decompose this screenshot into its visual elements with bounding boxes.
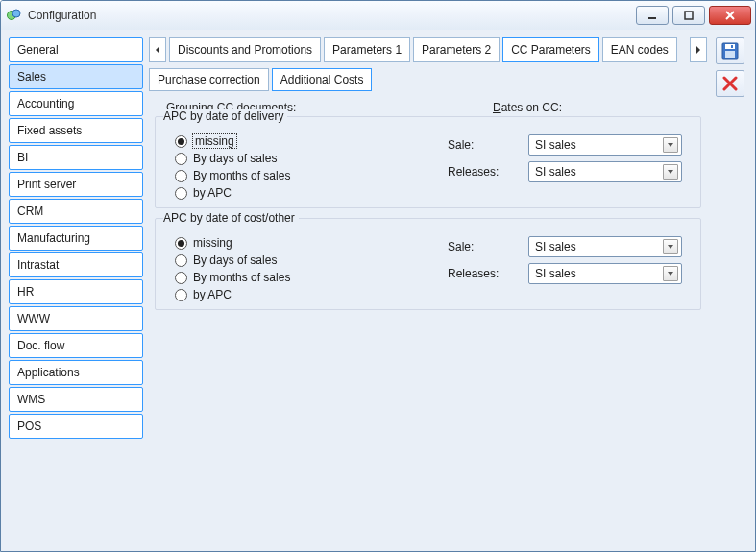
radio-option[interactable]: By days of sales [175,253,432,267]
radio-icon [175,187,187,200]
tabstrip-scroll-right[interactable] [690,37,707,62]
field-label: Sale: [448,138,523,152]
radio-icon [175,135,187,148]
dropdown-value: SI sales [535,138,576,152]
chevron-left-icon [154,45,161,55]
groupbox-legend: APC by date of cost/other [163,211,299,225]
sidebar-item-bi[interactable]: BI [9,145,143,170]
svg-rect-15 [731,45,733,48]
sidebar-item-wms[interactable]: WMS [9,387,143,412]
radio-icon [175,237,187,250]
app-icon [7,8,22,23]
radio-label: By days of sales [193,253,277,267]
radio-icon [175,153,187,165]
window-title: Configuration [28,9,636,22]
dropdown[interactable]: SI sales [528,263,682,284]
radio-icon [175,254,187,267]
chevron-down-icon [663,239,678,254]
chevron-down-icon [663,164,678,180]
tab-cc-parameters[interactable]: CC Parameters [502,37,599,62]
radio-icon [175,272,187,284]
subtab-purchase-correction[interactable]: Purchase correction [149,68,269,91]
app-window: Configuration GeneralSalesAccountingFixe… [0,0,756,552]
subtab-additional-costs[interactable]: Additional Costs [272,68,373,91]
dropdown[interactable]: SI sales [528,134,682,156]
field-label: Releases: [448,267,523,280]
svg-marker-9 [668,170,673,174]
dropdown-value: SI sales [535,267,576,280]
dropdown[interactable]: SI sales [528,161,682,182]
radio-option[interactable]: By days of sales [175,152,432,165]
radio-label: By months of sales [193,169,290,182]
groupbox-legend: APC by date of delivery [163,109,287,123]
sidebar-item-general[interactable]: General [9,37,143,62]
sidebar-item-pos[interactable]: POS [9,414,143,439]
radio-option[interactable]: By months of sales [175,169,432,182]
chevron-right-icon [695,45,702,55]
main-panel: Discounts and PromotionsParameters 1Para… [149,37,707,543]
radio-option[interactable]: by APC [175,288,432,301]
radio-option[interactable]: by APC [175,186,432,200]
field-label: Sale: [448,240,523,253]
radio-icon [175,289,187,301]
dropdown-value: SI sales [535,165,576,179]
svg-point-1 [12,10,20,17]
groupbox-1: APC by date of cost/othermissingBy days … [155,218,701,310]
close-icon [721,75,739,92]
svg-rect-13 [725,44,735,49]
svg-marker-6 [156,46,159,54]
sidebar-item-applications[interactable]: Applications [9,360,143,385]
dropdown[interactable]: SI sales [528,236,682,257]
radio-option[interactable]: By months of sales [175,271,432,284]
tabstrip-scroll-left[interactable] [149,37,166,62]
sidebar-item-print-server[interactable]: Print server [9,172,143,197]
sidebar-item-intrastat[interactable]: Intrastat [9,252,143,277]
dropdown-value: SI sales [535,240,576,253]
svg-marker-7 [696,46,700,54]
titlebar: Configuration [1,1,755,30]
close-window-button[interactable] [709,6,751,25]
svg-rect-14 [725,51,735,58]
chevron-down-icon [663,137,678,153]
sub-tabstrip: Purchase correctionAdditional Costs [149,68,707,91]
cc-parameters-content: Grouping CC documents: Dates on CC: APC … [149,97,707,543]
minimize-button[interactable] [636,6,669,25]
sidebar-item-www[interactable]: WWW [9,306,143,331]
radio-option[interactable]: missing [175,134,432,148]
tab-parameters-2[interactable]: Parameters 2 [413,37,500,62]
radio-label: by APC [193,186,232,200]
tab-parameters-1[interactable]: Parameters 1 [324,37,410,62]
save-icon [721,42,739,60]
radio-icon [175,170,187,182]
tab-ean-codes[interactable]: EAN codes [602,37,677,62]
groupbox-0: APC by date of deliverymissingBy days of… [155,116,701,208]
client-area: GeneralSalesAccountingFixed assetsBIPrin… [1,30,755,551]
save-button[interactable] [716,37,744,64]
radio-label: By months of sales [193,271,290,284]
sidebar-item-doc-flow[interactable]: Doc. flow [9,333,143,358]
maximize-button[interactable] [672,6,705,25]
radio-option[interactable]: missing [175,236,432,250]
chevron-down-icon [663,266,678,281]
svg-marker-11 [668,272,673,276]
sidebar-item-hr[interactable]: HR [9,279,143,304]
svg-marker-10 [668,245,673,249]
radio-label: missing [193,134,236,148]
sidebar-item-manufacturing[interactable]: Manufacturing [9,226,143,251]
right-toolbar [713,37,747,543]
sidebar-item-fixed-assets[interactable]: Fixed assets [9,118,143,143]
sidebar: GeneralSalesAccountingFixed assetsBIPrin… [9,37,143,543]
sidebar-item-crm[interactable]: CRM [9,199,143,224]
top-tabs: Discounts and PromotionsParameters 1Para… [169,37,687,62]
window-controls [636,6,751,25]
sidebar-item-sales[interactable]: Sales [9,64,143,89]
sidebar-item-accounting[interactable]: Accounting [9,91,143,116]
top-tabstrip: Discounts and PromotionsParameters 1Para… [149,37,707,62]
tab-discounts-and-promotions[interactable]: Discounts and Promotions [169,37,321,62]
dates-header: Dates on CC: [493,101,562,114]
svg-marker-8 [668,143,673,147]
svg-rect-3 [685,12,693,19]
radio-label: by APC [193,288,232,301]
dismiss-button[interactable] [716,70,744,97]
radio-label: By days of sales [193,152,277,165]
